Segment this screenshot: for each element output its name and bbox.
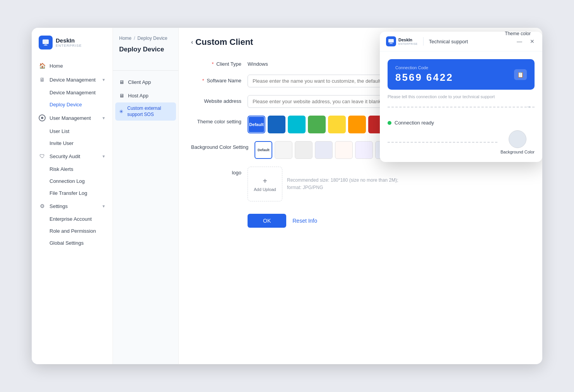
app-name: DeskIn	[56, 37, 82, 44]
svg-rect-3	[388, 39, 394, 43]
sidebar: DeskIn Enterprise 🏠 Home 🖥 Device Manage…	[32, 28, 113, 364]
home-icon: 🏠	[39, 63, 46, 69]
form-actions: OK Reset Info	[191, 214, 530, 228]
sidebar-item-security-audit[interactable]: 🛡 Security Audit ▼	[32, 149, 113, 163]
sidebar-item-user-management[interactable]: User Management ▼	[32, 111, 113, 125]
popup-hint: Please tell this connection code to your…	[388, 94, 535, 99]
bg-swatch-default[interactable]: Default	[255, 141, 272, 159]
connection-status: Connection ready	[388, 120, 535, 126]
popup-body: Connection Code 8569 6422 📋 Please tell …	[380, 51, 542, 162]
theme-swatch-default[interactable]: Default	[248, 116, 265, 133]
client-type-label: * Client Type	[191, 58, 241, 67]
dashed-line	[388, 142, 497, 143]
popup-logo-text: DeskIn	[398, 37, 418, 42]
website-address-input[interactable]	[248, 95, 387, 108]
svg-rect-5	[389, 44, 393, 44]
connection-code-box: Connection Code 8569 6422 📋	[388, 59, 535, 90]
breadcrumb: Home / Deploy Device	[113, 36, 178, 41]
ok-button[interactable]: OK	[248, 214, 286, 228]
breadcrumb-current: Deploy Device	[137, 36, 167, 41]
sub-nav-host-app[interactable]: 🖥 Host App	[113, 89, 178, 102]
bg-swatch-5[interactable]	[355, 141, 373, 159]
popup-logo-icon	[386, 36, 396, 46]
custom-external-icon: ✳	[119, 109, 123, 114]
sidebar-item-settings[interactable]: ⚙ Settings ▼	[32, 199, 113, 213]
theme-swatch-yellow[interactable]	[328, 116, 346, 133]
popup-logo-sub: ENTERPRISE	[398, 43, 418, 45]
theme-swatch-orange[interactable]	[348, 116, 366, 133]
gear-icon: ⚙	[39, 203, 46, 209]
sidebar-item-risk-alerts[interactable]: Risk Alerts	[32, 163, 113, 175]
sub-nav-client-app[interactable]: 🖥 Client App	[113, 75, 178, 89]
bg-color-label: Background Color	[501, 150, 535, 154]
minimize-button[interactable]: —	[515, 37, 524, 45]
chevron-down-icon: ▼	[102, 78, 106, 82]
logo-label: logo	[191, 167, 241, 176]
logo-hint: Recommended size: 180*180 (size no more …	[287, 177, 398, 191]
bg-swatch-4[interactable]	[335, 141, 353, 159]
theme-color-indicator: Theme color	[505, 32, 531, 36]
popup-window: Theme color DeskIn ENTERPRISE Technical	[380, 32, 542, 162]
theme-color-label: Theme color setting	[191, 116, 241, 124]
sidebar-logo: DeskIn Enterprise	[32, 28, 113, 56]
software-name-label: * Software Name	[191, 75, 241, 84]
sidebar-nav: 🏠 Home 🖥 Device Management ▼ Device Mana…	[32, 56, 113, 364]
sidebar-item-device-management-sub[interactable]: Device Management	[32, 87, 113, 99]
app-window: DeskIn Enterprise 🏠 Home 🖥 Device Manage…	[32, 28, 542, 364]
bg-color-area: Background Color	[388, 130, 535, 154]
page-title: Deploy Device	[113, 44, 178, 53]
bg-swatch-3[interactable]	[315, 141, 333, 159]
shield-icon: 🛡	[39, 153, 46, 159]
chevron-down-icon-4: ▼	[102, 204, 106, 208]
svg-rect-4	[390, 43, 392, 44]
breadcrumb-home[interactable]: Home	[119, 36, 132, 41]
svg-rect-1	[44, 44, 47, 45]
sidebar-item-device-management[interactable]: 🖥 Device Management ▼	[32, 73, 113, 87]
sidebar-item-enterprise-account[interactable]: Enterprise Account	[32, 213, 113, 225]
chevron-down-icon-3: ▼	[102, 154, 106, 159]
popup-app-name: Technical support	[429, 39, 468, 44]
logo-upload-button[interactable]: + Add Upload	[248, 167, 282, 201]
sidebar-item-user-list[interactable]: User List	[32, 125, 113, 137]
theme-color-label: Theme color	[505, 32, 531, 36]
software-name-input[interactable]	[248, 75, 387, 87]
copy-button[interactable]: 📋	[514, 69, 527, 80]
sub-navigation: Home / Deploy Device Deploy Device 🖥 Cli…	[113, 28, 179, 364]
sidebar-item-device-label: Device Management	[50, 77, 96, 83]
sidebar-item-invite-user[interactable]: Invite User	[32, 137, 113, 149]
popup-logo: DeskIn ENTERPRISE	[386, 36, 418, 46]
close-button[interactable]: ✕	[528, 37, 536, 45]
arrow-right-icon: →	[526, 104, 531, 110]
client-app-icon: 🖥	[119, 79, 124, 85]
sub-nav-custom-external[interactable]: ✳ Custom external support SOS	[115, 102, 176, 121]
website-address-label: Website address	[191, 95, 241, 104]
logo-row: logo + Add Upload Recommended size: 180*…	[191, 167, 530, 201]
popup-controls: — ✕	[515, 37, 536, 45]
reset-button[interactable]: Reset Info	[292, 218, 317, 224]
sidebar-item-home-label: Home	[50, 63, 63, 69]
theme-swatch-cyan[interactable]	[288, 116, 306, 133]
bg-color-label: Background Color Setting	[191, 141, 248, 150]
bg-color-circle	[509, 130, 526, 148]
sidebar-item-deploy-device[interactable]: Deploy Device	[32, 99, 113, 111]
sidebar-item-file-transfer-log[interactable]: File Transfer Log	[32, 187, 113, 199]
svg-rect-0	[43, 39, 49, 44]
sidebar-item-connection-log[interactable]: Connection Log	[32, 175, 113, 187]
theme-swatch-green[interactable]	[308, 116, 326, 133]
bg-swatch-1[interactable]	[275, 141, 292, 159]
monitor-icon: 🖥	[39, 77, 46, 83]
logo-upload-label: Add Upload	[254, 187, 276, 192]
svg-rect-2	[44, 45, 48, 46]
app-subtitle: Enterprise	[56, 44, 82, 48]
bg-swatch-2[interactable]	[295, 141, 313, 159]
user-mgmt-icon	[39, 114, 46, 121]
sidebar-item-global-settings[interactable]: Global Settings	[32, 237, 113, 249]
theme-swatch-blue[interactable]	[268, 116, 285, 133]
status-dot	[388, 121, 391, 125]
popup-divider	[423, 37, 424, 46]
sidebar-item-home[interactable]: 🏠 Home	[32, 59, 113, 73]
host-app-icon: 🖥	[119, 93, 124, 99]
plus-icon: +	[263, 177, 267, 186]
sidebar-item-role-permission[interactable]: Role and Permission	[32, 225, 113, 237]
back-arrow-icon: ‹	[191, 39, 193, 46]
